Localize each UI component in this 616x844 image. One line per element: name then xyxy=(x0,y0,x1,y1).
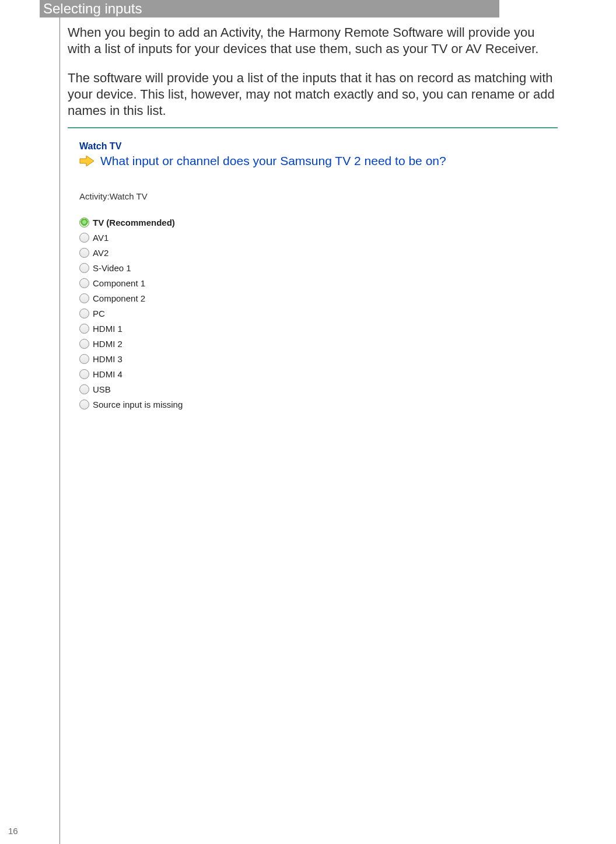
input-option-row[interactable]: PC xyxy=(79,309,558,318)
wizard-header: Watch TV What input or channel does your… xyxy=(79,141,558,168)
input-option-label: HDMI 1 xyxy=(93,324,123,334)
input-option-row[interactable]: Source input is missing xyxy=(79,400,558,409)
radio-button-icon[interactable] xyxy=(79,233,89,243)
input-option-label: USB xyxy=(93,384,111,394)
wizard-question: What input or channel does your Samsung … xyxy=(100,154,446,168)
radio-button-icon[interactable] xyxy=(79,293,89,303)
input-option-label: AV2 xyxy=(93,248,108,258)
input-option-row[interactable]: AV1 xyxy=(79,233,558,243)
input-option-label: HDMI 3 xyxy=(93,354,123,364)
radio-button-icon[interactable] xyxy=(79,248,89,258)
section-header-title: Selecting inputs xyxy=(43,0,142,17)
input-option-label: AV1 xyxy=(93,233,108,243)
input-option-row[interactable]: TV (Recommended) xyxy=(79,218,558,227)
radio-button-icon[interactable] xyxy=(79,278,89,288)
radio-button-icon[interactable] xyxy=(79,354,89,364)
arrow-right-icon xyxy=(79,155,94,167)
input-option-label: HDMI 2 xyxy=(93,339,123,349)
radio-button-icon[interactable] xyxy=(79,263,89,273)
input-option-row[interactable]: HDMI 2 xyxy=(79,339,558,349)
input-option-label: Component 2 xyxy=(93,293,145,303)
input-options-list: TV (Recommended)AV1AV2S-Video 1Component… xyxy=(79,218,558,409)
input-option-row[interactable]: S-Video 1 xyxy=(79,263,558,273)
input-option-label: S-Video 1 xyxy=(93,263,131,273)
radio-button-icon[interactable] xyxy=(79,400,89,409)
activity-label-line: Activity:Watch TV xyxy=(79,191,558,201)
page: Selecting inputs When you begin to add a… xyxy=(0,0,616,844)
intro-paragraph-1: When you begin to add an Activity, the H… xyxy=(68,24,558,57)
radio-button-icon[interactable] xyxy=(79,384,89,394)
input-option-row[interactable]: USB xyxy=(79,384,558,394)
activity-title: Watch TV xyxy=(79,141,558,152)
intro-paragraph-2: The software will provide you a list of … xyxy=(68,70,558,119)
software-screenshot: Watch TV What input or channel does your… xyxy=(68,127,558,415)
input-option-label: Source input is missing xyxy=(93,400,183,409)
radio-button-icon[interactable] xyxy=(79,218,89,227)
input-option-row[interactable]: AV2 xyxy=(79,248,558,258)
input-option-row[interactable]: HDMI 1 xyxy=(79,324,558,334)
input-option-row[interactable]: Component 1 xyxy=(79,278,558,288)
input-option-row[interactable]: HDMI 3 xyxy=(79,354,558,364)
input-option-row[interactable]: Component 2 xyxy=(79,293,558,303)
input-option-label: HDMI 4 xyxy=(93,369,123,379)
radio-button-icon[interactable] xyxy=(79,309,89,318)
page-number: 16 xyxy=(8,826,18,836)
question-row: What input or channel does your Samsung … xyxy=(79,154,558,168)
input-option-row[interactable]: HDMI 4 xyxy=(79,369,558,379)
vertical-rule xyxy=(60,0,60,844)
input-option-label: PC xyxy=(93,309,105,318)
radio-button-icon[interactable] xyxy=(79,339,89,349)
radio-button-icon[interactable] xyxy=(79,324,89,334)
input-option-label: Component 1 xyxy=(93,278,145,288)
input-option-label: TV (Recommended) xyxy=(93,218,175,227)
radio-button-icon[interactable] xyxy=(79,369,89,379)
